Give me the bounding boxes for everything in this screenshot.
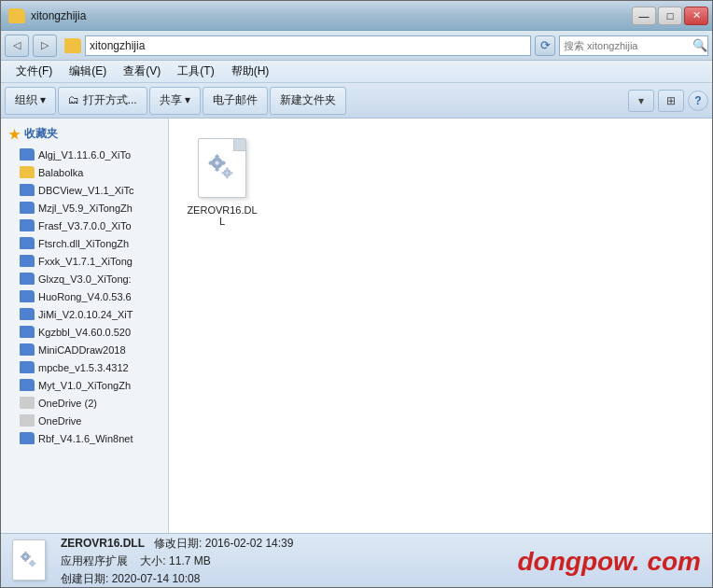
folder-icon-blue	[20, 148, 35, 161]
svg-rect-27	[34, 562, 36, 564]
status-created-date: 2020-07-14 10:08	[112, 572, 201, 585]
menu-file[interactable]: 文件(F)	[8, 62, 60, 81]
file-area: ZEROVR16.DLL	[169, 119, 712, 533]
onedrive-icon	[20, 397, 35, 409]
close-button[interactable]: ✕	[684, 7, 708, 25]
svg-rect-19	[24, 558, 26, 562]
view-icon-button[interactable]: ⊞	[658, 90, 684, 112]
sidebar-item-11[interactable]: MiniCADDraw2018	[1, 341, 168, 358]
status-created-label: 创建日期:	[61, 572, 108, 585]
refresh-button[interactable]: ⟳	[535, 35, 555, 56]
svg-rect-12	[226, 168, 229, 172]
folder-icon-blue-11	[20, 343, 35, 356]
sidebar-item-5[interactable]: Ftsrch.dll_XiTongZh	[1, 234, 168, 252]
new-folder-button[interactable]: 新建文件夹	[270, 87, 346, 115]
folder-icon-blue-5	[20, 237, 35, 249]
address-input[interactable]	[85, 35, 531, 56]
sidebar-item-1[interactable]: Balabolka	[1, 163, 168, 181]
maximize-button[interactable]: □	[658, 7, 682, 25]
folder-icon-blue-9	[20, 308, 35, 320]
sidebar-item-12[interactable]: mpcbe_v1.5.3.4312	[1, 358, 168, 376]
sidebar-item-9[interactable]: JiMi_V2.0.10.24_XiT	[1, 305, 168, 323]
status-info: ZEROVR16.DLL 修改日期: 2016-02-02 14:39 应用程序…	[61, 535, 507, 588]
folder-icon-blue-6	[20, 255, 35, 267]
open-with-button[interactable]: 🗂 打开方式...	[58, 87, 147, 115]
sidebar-item-8[interactable]: HuoRong_V4.0.53.6	[1, 287, 168, 305]
folder-icon-blue-4	[20, 219, 35, 231]
menu-help[interactable]: 帮助(H)	[224, 62, 277, 81]
toolbar: 组织 ▾ 🗂 打开方式... 共享 ▾ 电子邮件 新建文件夹 ▾ ⊞ ?	[1, 83, 712, 119]
sidebar-item-14[interactable]: OneDrive (2)	[1, 394, 168, 412]
folder-icon-blue-8	[20, 290, 35, 302]
search-icon[interactable]: 🔍	[692, 37, 707, 54]
folder-icon-blue-10	[20, 326, 35, 338]
title-bar: xitongzhijia — □ ✕	[1, 1, 712, 31]
sidebar-item-2[interactable]: DBCView_V1.1_XiTc	[1, 181, 168, 199]
status-type-label: 应用程序扩展	[61, 554, 128, 567]
sidebar-section-label: 收藏夹	[24, 126, 58, 142]
menu-edit[interactable]: 编辑(E)	[62, 62, 114, 81]
forward-button[interactable]: ▷	[33, 35, 57, 57]
sidebar-item-4[interactable]: Frasf_V3.7.0.0_XiTo	[1, 217, 168, 234]
file-label: ZEROVR16.DLL	[186, 204, 259, 227]
status-modified-date: 2016-02-02 14:39	[205, 537, 294, 550]
file-item-zerovr16[interactable]: ZEROVR16.DLL	[180, 130, 264, 232]
svg-rect-26	[29, 562, 32, 564]
status-size-label: 大小:	[140, 554, 165, 567]
title-folder-icon	[8, 8, 25, 23]
menu-bar: 文件(F) 编辑(E) 查看(V) 工具(T) 帮助(H)	[1, 61, 712, 83]
svg-point-11	[226, 172, 230, 175]
status-filename: ZEROVR16.DLL	[61, 537, 145, 550]
sidebar-item-3[interactable]: Mzjl_V5.9_XiTongZh	[1, 199, 168, 217]
search-box: 🔍	[559, 35, 708, 56]
folder-icon-blue-7	[20, 273, 35, 285]
status-page	[12, 539, 46, 581]
organize-button[interactable]: 组织 ▾	[5, 87, 56, 115]
svg-rect-13	[226, 175, 229, 178]
folder-icon-blue-2	[20, 184, 35, 196]
svg-rect-15	[229, 172, 232, 175]
title-text: xitongzhijia	[31, 9, 86, 22]
status-modified-label: 修改日期:	[154, 537, 202, 550]
sidebar-item-7[interactable]: Glxzq_V3.0_XiTong:	[1, 270, 168, 287]
svg-rect-25	[32, 564, 34, 567]
back-button[interactable]: ◁	[5, 35, 29, 57]
title-bar-left: xitongzhijia	[8, 8, 86, 23]
sidebar-item-6[interactable]: Fxxk_V1.7.1_XiTong	[1, 252, 168, 270]
folder-icon-blue-16	[20, 432, 35, 444]
sidebar-item-16[interactable]: Rbf_V4.1.6_Win8net	[1, 429, 168, 447]
svg-point-17	[24, 554, 28, 558]
svg-rect-20	[21, 555, 24, 557]
sidebar-item-0[interactable]: Algj_V1.11.6.0_XiTo	[1, 146, 168, 163]
search-input[interactable]	[564, 40, 692, 51]
dll-page	[198, 138, 246, 198]
folder-icon-yellow	[20, 166, 35, 178]
minimize-button[interactable]: —	[632, 7, 656, 25]
dll-file-icon	[194, 135, 250, 201]
sidebar-item-15[interactable]: OneDrive	[1, 412, 168, 429]
svg-rect-21	[27, 555, 31, 557]
status-size: 11.7 MB	[169, 554, 211, 567]
menu-tools[interactable]: 工具(T)	[170, 62, 221, 81]
folder-icon-blue-12	[20, 361, 35, 373]
svg-rect-24	[32, 559, 34, 562]
sidebar-item-10[interactable]: Kgzbbl_V4.60.0.520	[1, 323, 168, 341]
email-button[interactable]: 电子邮件	[203, 87, 268, 115]
svg-point-1	[215, 161, 219, 165]
title-bar-controls: — □ ✕	[632, 7, 708, 25]
sidebar-favorites-header[interactable]: ★ 收藏夹	[1, 122, 168, 146]
menu-view[interactable]: 查看(V)	[116, 62, 168, 81]
onedrive-icon-2	[20, 414, 35, 427]
share-button[interactable]: 共享 ▾	[149, 87, 201, 115]
svg-point-23	[31, 562, 33, 564]
toolbar-right: ▾ ⊞ ?	[628, 90, 708, 112]
sidebar-item-13[interactable]: Myt_V1.0_XiTongZh	[1, 376, 168, 394]
help-button[interactable]: ?	[688, 91, 708, 111]
watermark: dongpow. com	[518, 547, 702, 577]
folder-icon-blue-13	[20, 379, 35, 391]
svg-rect-14	[222, 172, 226, 175]
view-dropdown-button[interactable]: ▾	[628, 90, 654, 112]
star-icon: ★	[8, 127, 21, 142]
sidebar: ★ 收藏夹 Algj_V1.11.6.0_XiTo Balabolka DBCV…	[1, 119, 169, 533]
status-bar: ZEROVR16.DLL 修改日期: 2016-02-02 14:39 应用程序…	[1, 533, 712, 588]
